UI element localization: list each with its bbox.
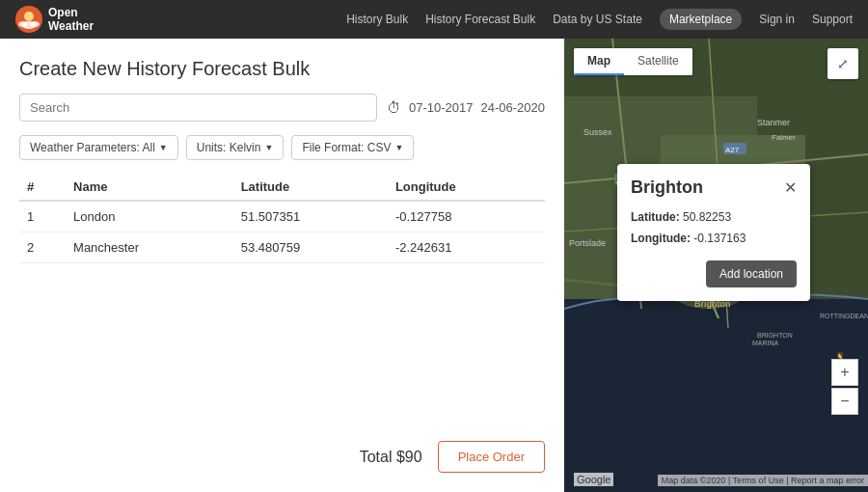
nav-history-forecast-bulk[interactable]: History Forecast Bulk: [425, 13, 535, 26]
search-input-wrap[interactable]: [19, 94, 377, 122]
place-order-button[interactable]: Place Order: [438, 441, 545, 473]
nav-data-by-state[interactable]: Data by US State: [553, 13, 642, 26]
search-row: ⏱ 07-10-2017 24-06-2020: [19, 94, 545, 122]
chevron-down-icon: ▼: [264, 143, 273, 152]
popup-close-button[interactable]: ✕: [784, 180, 797, 196]
add-location-button[interactable]: Add location: [706, 260, 797, 287]
svg-point-3: [18, 21, 28, 27]
date-range: ⏱ 07-10-2017 24-06-2020: [387, 99, 545, 116]
clock-icon: ⏱: [387, 99, 401, 116]
tab-map[interactable]: Map: [574, 48, 624, 75]
col-lon: Longitude: [388, 174, 545, 201]
cell-name: Manchester: [66, 232, 233, 263]
date-start: 07-10-2017: [409, 100, 474, 115]
chevron-down-icon: ▼: [394, 143, 403, 152]
nav-support[interactable]: Support: [812, 13, 853, 26]
map-tabs: Map Satellite: [574, 48, 692, 75]
left-panel: Create New History Forecast Bulk ⏱ 07-10…: [0, 39, 564, 492]
svg-text:Sussex: Sussex: [583, 127, 612, 137]
file-format-filter[interactable]: File Format: CSV ▼: [291, 135, 414, 160]
cell-num: 2: [19, 232, 66, 263]
table-row: 2 Manchester 53.480759 -2.242631: [19, 232, 545, 263]
map-panel: Sussex Stanmer Falmer Portslade Hove Bri…: [564, 39, 868, 492]
google-attribution: Google: [574, 473, 613, 486]
svg-text:MARINA: MARINA: [752, 340, 779, 346]
tab-satellite[interactable]: Satellite: [624, 48, 692, 75]
search-input[interactable]: [30, 100, 366, 115]
nav-sign-in[interactable]: Sign in: [759, 13, 795, 26]
weather-params-label: Weather Parameters: All: [30, 141, 155, 154]
popup-header: Brighton ✕: [631, 178, 797, 198]
col-num: #: [19, 174, 66, 201]
nav-history-bulk[interactable]: History Bulk: [346, 13, 408, 26]
zoom-in-button[interactable]: +: [831, 359, 858, 386]
footer-row: Total $90 Place Order: [19, 431, 545, 473]
popup-lat-label: Latitude:: [631, 210, 680, 224]
col-lat: Latitude: [233, 174, 388, 201]
svg-text:A27: A27: [725, 146, 740, 154]
filter-row: Weather Parameters: All ▼ Units: Kelvin …: [19, 135, 545, 160]
svg-text:Portslade: Portslade: [569, 238, 606, 248]
nav-marketplace[interactable]: Marketplace: [660, 9, 742, 30]
popup-lat-val: 50.82253: [683, 210, 731, 224]
svg-text:ROTTINGDEAN: ROTTINGDEAN: [820, 313, 868, 319]
svg-point-4: [30, 21, 40, 27]
svg-text:Stanmer: Stanmer: [757, 118, 790, 127]
svg-rect-6: [564, 299, 868, 492]
file-format-label: File Format: CSV: [302, 141, 391, 154]
map-data-attribution: Map data ©2020 | Terms of Use | Report a…: [658, 475, 868, 486]
units-label: Units: Kelvin: [197, 141, 261, 154]
svg-text:Falmer: Falmer: [772, 133, 796, 142]
logo-area: Open Weather: [15, 6, 94, 34]
table-header-row: # Name Latitude Longitude: [19, 174, 545, 201]
weather-params-filter[interactable]: Weather Parameters: All ▼: [19, 135, 178, 160]
page-title: Create New History Forecast Bulk: [19, 58, 545, 80]
cell-lon: -0.127758: [388, 201, 545, 232]
popup-title: Brighton: [631, 178, 703, 198]
svg-point-1: [24, 12, 34, 21]
popup-coords: Latitude: 50.82253 Longitude: -0.137163: [631, 207, 797, 249]
cell-lat: 53.480759: [233, 232, 388, 263]
openweather-logo-icon: [15, 6, 42, 33]
zoom-out-button[interactable]: −: [831, 388, 858, 415]
cell-lat: 51.507351: [233, 201, 388, 232]
fullscreen-icon: ⤢: [837, 56, 849, 71]
total-label: Total $90: [360, 449, 422, 466]
nav-links: History Bulk History Forecast Bulk Data …: [346, 9, 853, 30]
units-filter[interactable]: Units: Kelvin ▼: [186, 135, 285, 160]
cell-num: 1: [19, 201, 66, 232]
header: Open Weather History Bulk History Foreca…: [0, 0, 868, 39]
logo-text: Open Weather: [48, 6, 94, 34]
table-row: 1 London 51.507351 -0.127758: [19, 201, 545, 232]
popup-lon-label: Longitude:: [631, 232, 691, 245]
popup-lat-row: Latitude: 50.82253: [631, 207, 797, 229]
map-popup: Brighton ✕ Latitude: 50.82253 Longitude:…: [617, 164, 810, 301]
locations-table: # Name Latitude Longitude 1 London 51.50…: [19, 174, 545, 263]
cell-name: London: [66, 201, 233, 232]
fullscreen-button[interactable]: ⤢: [827, 48, 858, 79]
map-background: Sussex Stanmer Falmer Portslade Hove Bri…: [564, 39, 868, 492]
main-content: Create New History Forecast Bulk ⏱ 07-10…: [0, 39, 868, 492]
date-end: 24-06-2020: [481, 100, 546, 115]
cell-lon: -2.242631: [388, 232, 545, 263]
svg-text:BRIGHTON: BRIGHTON: [757, 332, 793, 339]
map-controls: + −: [831, 359, 858, 415]
popup-lon-val: -0.137163: [693, 232, 746, 245]
popup-lon-row: Longitude: -0.137163: [631, 229, 797, 250]
col-name: Name: [66, 174, 233, 201]
chevron-down-icon: ▼: [159, 143, 168, 152]
